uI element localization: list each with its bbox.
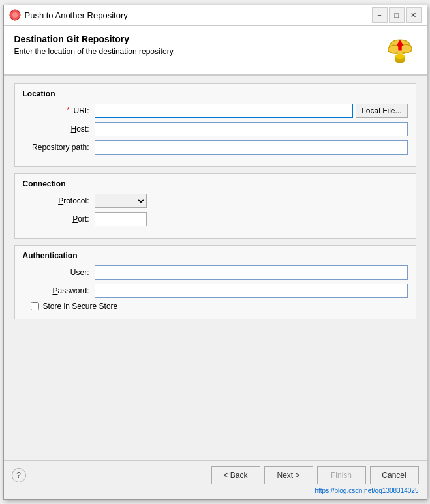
local-file-button[interactable]: Local File... (356, 104, 407, 118)
window-title: Push to Another Repository (25, 10, 372, 20)
password-label: Password: (23, 286, 95, 295)
location-section: Location * URI: Local File... Host: (14, 83, 416, 167)
window-controls: − □ ✕ (372, 7, 422, 23)
secure-store-checkbox[interactable] (31, 302, 39, 310)
uri-input[interactable] (95, 104, 354, 118)
svg-rect-10 (398, 46, 401, 50)
push-repository-dialog: Push to Another Repository − □ ✕ Destina… (3, 5, 427, 500)
secure-store-label: Store in Secure Store (43, 302, 118, 311)
svg-point-1 (12, 12, 18, 18)
user-label: User: (23, 268, 95, 277)
content-area: Location * URI: Local File... Host: (4, 76, 427, 460)
authentication-section: Authentication User: Password: Store in … (14, 245, 416, 319)
help-button[interactable]: ? (12, 468, 26, 482)
uri-label: * URI: (23, 106, 95, 115)
header-title: Destination Git Repository (14, 34, 378, 44)
footer-url: https://blog.csdn.net/qq1308314025 (12, 487, 419, 494)
finish-button[interactable]: Finish (317, 466, 366, 484)
host-label: Host: (23, 125, 95, 134)
push-icon (384, 34, 416, 67)
repo-path-row: Repository path: (23, 140, 408, 155)
repo-path-label: Repository path: (23, 143, 95, 152)
protocol-select[interactable]: ssh http https git ftp ftps (95, 194, 147, 208)
footer-left: ? (12, 468, 26, 482)
cancel-button[interactable]: Cancel (370, 466, 419, 484)
connection-section-label: Connection (23, 179, 408, 188)
password-input[interactable] (95, 284, 408, 298)
host-input[interactable] (95, 122, 408, 136)
required-dot: * (67, 106, 70, 113)
uri-row: * URI: Local File... (23, 104, 408, 118)
protocol-row: Protocol: ssh http https git ftp ftps (23, 194, 408, 208)
footer-area: ? < Back Next > Finish Cancel https://bl… (4, 460, 427, 499)
authentication-section-label: Authentication (23, 251, 408, 260)
footer-inner: ? < Back Next > Finish Cancel (12, 466, 419, 484)
host-row: Host: (23, 122, 408, 136)
app-icon (9, 9, 21, 21)
dialog-header: Destination Git Repository Enter the loc… (4, 26, 427, 76)
back-button[interactable]: < Back (211, 466, 260, 484)
port-input[interactable] (95, 212, 147, 226)
title-bar: Push to Another Repository − □ ✕ (4, 5, 427, 26)
header-subtitle: Enter the location of the destination re… (14, 47, 378, 56)
user-input[interactable] (95, 265, 408, 280)
user-row: User: (23, 265, 408, 280)
secure-store-row: Store in Secure Store (31, 302, 408, 311)
repo-path-input[interactable] (95, 140, 408, 155)
location-section-label: Location (23, 89, 408, 98)
next-button[interactable]: Next > (264, 466, 313, 484)
uri-input-wrap: Local File... (95, 104, 408, 118)
port-label: Port: (23, 215, 95, 224)
header-text: Destination Git Repository Enter the loc… (14, 34, 378, 56)
password-row: Password: (23, 284, 408, 298)
close-button[interactable]: ✕ (406, 7, 422, 23)
minimize-button[interactable]: − (372, 7, 388, 23)
footer-buttons: < Back Next > Finish Cancel (211, 466, 419, 484)
svg-point-8 (395, 53, 405, 58)
connection-section: Connection Protocol: ssh http https git … (14, 173, 416, 239)
port-row: Port: (23, 212, 408, 226)
restore-button[interactable]: □ (389, 7, 405, 23)
protocol-label: Protocol: (23, 196, 95, 205)
